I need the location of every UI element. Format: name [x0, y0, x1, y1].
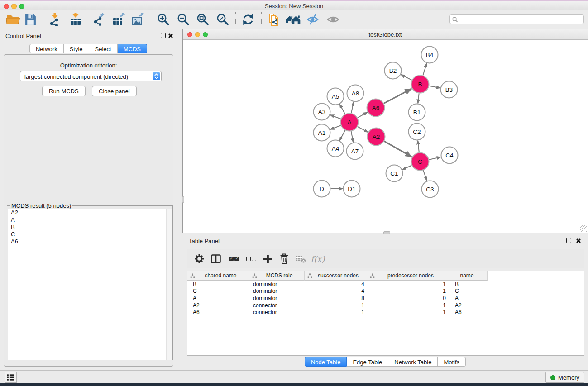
edge-A-A7[interactable] — [351, 131, 354, 143]
graph-node-c1[interactable]: C1 — [386, 165, 403, 182]
graph-node-c[interactable]: C — [411, 153, 429, 171]
graph-node-b2[interactable]: B2 — [385, 62, 402, 79]
graph-node-a4[interactable]: A4 — [327, 140, 344, 157]
edge-A-A6[interactable] — [358, 112, 368, 118]
tab-edge-table[interactable]: Edge Table — [347, 357, 388, 367]
result-item-a6[interactable]: A6 — [8, 238, 172, 245]
edge-A2-C[interactable] — [384, 141, 411, 157]
graph-node-a7[interactable]: A7 — [347, 143, 363, 160]
graph-node-d[interactable]: D — [314, 181, 330, 197]
edge-A-A8[interactable] — [351, 102, 354, 113]
search-field[interactable] — [449, 14, 584, 24]
edge-C-C4[interactable] — [429, 157, 441, 160]
result-item-b[interactable]: B — [8, 224, 172, 231]
export-image-button[interactable] — [130, 12, 146, 27]
table-row-a[interactable]: Adominator80A — [187, 295, 584, 302]
column-header-shared-name[interactable]: shared name — [187, 271, 249, 281]
graph-node-b1[interactable]: B1 — [409, 104, 425, 121]
close-table-panel-icon[interactable] — [576, 237, 581, 243]
edge-C-C1[interactable] — [402, 166, 412, 170]
close-panel-button[interactable]: Close panel — [92, 86, 137, 96]
graph-node-c2[interactable]: C2 — [409, 124, 425, 140]
edge-A-A2[interactable] — [358, 127, 368, 132]
function-builder-button[interactable]: f(x) — [311, 252, 325, 266]
column-header-predecessor-nodes[interactable]: predecessor nodes — [367, 271, 449, 281]
show-columns-button[interactable] — [209, 252, 223, 266]
graph-node-a6[interactable]: A6 — [367, 99, 385, 117]
edge-A-A3[interactable] — [330, 115, 341, 119]
table-row-b[interactable]: Bdominator41B — [187, 281, 584, 288]
refresh-view-button[interactable] — [240, 12, 256, 27]
close-panel-icon[interactable] — [168, 32, 173, 38]
column-header-successor-nodes[interactable]: successor nodes — [305, 271, 367, 281]
graph-node-a[interactable]: A — [341, 114, 359, 131]
memory-button[interactable]: Memory — [545, 372, 584, 383]
add-column-button[interactable] — [260, 252, 275, 266]
tab-select[interactable]: Select — [89, 44, 118, 53]
edge-A-A4[interactable] — [339, 130, 345, 141]
network-vertical-scrollbar[interactable] — [182, 196, 184, 203]
graph-node-a8[interactable]: A8 — [347, 85, 364, 102]
float-table-panel-icon[interactable] — [566, 238, 571, 243]
table-settings-button[interactable] — [192, 252, 206, 266]
window-resize-grip[interactable] — [580, 225, 587, 232]
edge-C-C3[interactable] — [423, 170, 427, 181]
tab-network-table[interactable]: Network Table — [388, 357, 438, 367]
graph-node-a5[interactable]: A5 — [327, 88, 344, 105]
graph-node-b3[interactable]: B3 — [441, 81, 458, 98]
float-panel-icon[interactable] — [161, 33, 166, 38]
zoom-fit-button[interactable] — [195, 12, 210, 27]
result-scrollbar[interactable] — [166, 209, 172, 360]
table-row-a6[interactable]: A6connector11A6 — [187, 309, 584, 316]
delete-table-button[interactable] — [293, 252, 308, 266]
open-session-button[interactable] — [5, 12, 21, 27]
tab-motifs[interactable]: Motifs — [438, 357, 466, 367]
edge-A6-B[interactable] — [384, 89, 411, 103]
tab-style[interactable]: Style — [64, 44, 89, 53]
column-header-name[interactable]: name — [449, 271, 488, 281]
edge-B-B4[interactable] — [423, 63, 427, 76]
table-row-a2[interactable]: A2connector11A2 — [187, 302, 584, 309]
select-all-button[interactable]: ✓ ✓ — [227, 252, 241, 266]
column-header-mcds-role[interactable]: MCDS role — [249, 271, 305, 281]
zoom-selected-button[interactable] — [215, 12, 230, 27]
table-row-c[interactable]: Cdominator41C — [187, 288, 584, 295]
edge-A-A5[interactable] — [339, 104, 345, 114]
result-item-a2[interactable]: A2 — [8, 209, 172, 216]
edge-B-B1[interactable] — [418, 93, 419, 103]
search-input[interactable] — [460, 15, 581, 23]
delete-column-button[interactable] — [277, 252, 292, 266]
edge-C-C2[interactable] — [418, 140, 419, 152]
task-history-button[interactable] — [5, 372, 17, 383]
criterion-dropdown[interactable]: largest connected component (directed) — [20, 71, 162, 81]
import-network-button[interactable] — [47, 12, 62, 27]
graph-node-b4[interactable]: B4 — [421, 47, 438, 63]
zoom-out-button[interactable] — [176, 12, 191, 27]
deselect-all-button[interactable] — [244, 252, 258, 266]
zoom-in-button[interactable] — [156, 12, 171, 27]
tab-network[interactable]: Network — [29, 44, 64, 53]
network-horizontal-scrollbar[interactable] — [383, 231, 390, 234]
graph-node-a3[interactable]: A3 — [314, 104, 330, 120]
graph-node-c4[interactable]: C4 — [441, 147, 458, 164]
result-item-a[interactable]: A — [8, 216, 172, 224]
network-canvas[interactable]: B4B2BB3A5A8A6A3B1AA1C2A2A4A7C4CC1C3DD1 — [183, 40, 588, 233]
graph-node-b[interactable]: B — [411, 76, 429, 93]
graph-node-a1[interactable]: A1 — [314, 124, 330, 141]
graph-node-a2[interactable]: A2 — [368, 128, 385, 146]
run-mcds-button[interactable]: Run MCDS — [42, 86, 86, 96]
tab-node-table[interactable]: Node Table — [305, 357, 347, 367]
graph-node-d1[interactable]: D1 — [344, 181, 360, 197]
export-table-button[interactable] — [111, 12, 126, 27]
clone-network-button[interactable] — [266, 12, 282, 27]
hide-view-button[interactable] — [305, 12, 320, 27]
save-session-button[interactable] — [23, 12, 38, 27]
edge-B-B3[interactable] — [429, 86, 440, 88]
edge-B-B2[interactable] — [401, 75, 411, 80]
tab-mcds[interactable]: MCDS — [118, 44, 147, 53]
show-view-button[interactable] — [325, 12, 341, 27]
export-network-button[interactable] — [91, 12, 107, 27]
result-item-c[interactable]: C — [8, 231, 172, 238]
home-view-button[interactable] — [286, 12, 301, 27]
import-table-button[interactable] — [68, 12, 83, 27]
